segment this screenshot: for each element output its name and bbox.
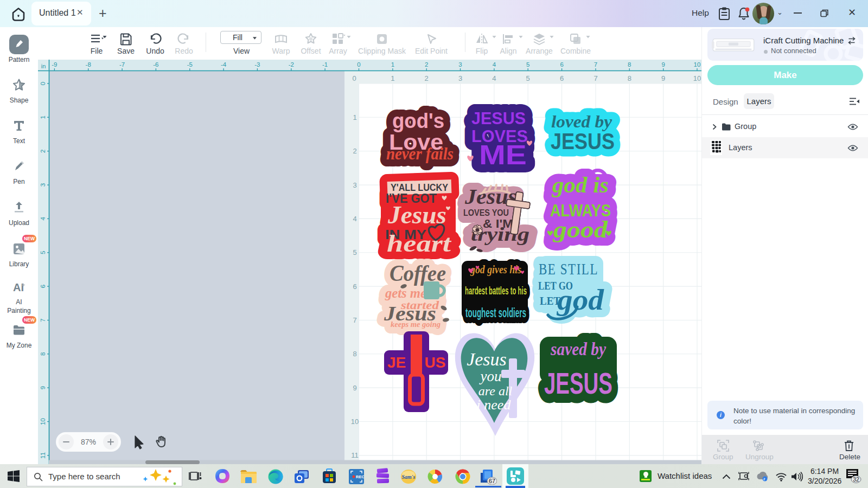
svg-text:87%: 87% — [81, 438, 96, 446]
svg-text:2: 2 — [425, 61, 428, 68]
svg-text:7: 7 — [353, 316, 356, 324]
svg-text:11: 11 — [40, 452, 46, 459]
svg-text:8: 8 — [353, 350, 356, 358]
svg-text:-9: -9 — [52, 61, 57, 68]
svg-text:5: 5 — [353, 248, 356, 256]
svg-text:3: 3 — [353, 181, 356, 189]
svg-text:Sam's: Sam's — [401, 474, 415, 480]
svg-text:1: 1 — [391, 61, 394, 68]
svg-text:4: 4 — [493, 61, 496, 68]
svg-text:67: 67 — [489, 478, 495, 484]
svg-text:10: 10 — [694, 61, 701, 68]
svg-text:-8: -8 — [86, 61, 91, 68]
svg-text:-3: -3 — [254, 61, 260, 68]
svg-text:-4: -4 — [221, 61, 227, 68]
svg-text:4: 4 — [40, 217, 46, 221]
svg-text:3: 3 — [458, 74, 462, 82]
svg-text:3: 3 — [40, 183, 46, 187]
svg-text:7: 7 — [593, 74, 597, 82]
svg-text:0: 0 — [352, 74, 356, 82]
svg-text:JE: JE — [387, 354, 406, 371]
svg-text:REC: REC — [356, 474, 364, 479]
svg-text:i need: i need — [477, 397, 512, 413]
svg-text:are all: are all — [478, 384, 513, 398]
svg-text:5: 5 — [526, 61, 529, 68]
svg-text:0: 0 — [357, 61, 360, 68]
svg-text:6: 6 — [560, 74, 564, 82]
svg-text:3: 3 — [458, 61, 462, 68]
svg-text:1: 1 — [40, 115, 46, 119]
svg-text:-2: -2 — [289, 61, 294, 68]
svg-text:8: 8 — [40, 352, 46, 356]
svg-text:9: 9 — [661, 61, 665, 68]
svg-text:10: 10 — [351, 418, 359, 426]
svg-text:0: 0 — [40, 82, 46, 85]
svg-text:10: 10 — [40, 418, 46, 425]
svg-text:9: 9 — [40, 386, 46, 389]
svg-text:8: 8 — [628, 61, 631, 68]
svg-text:1: 1 — [353, 113, 356, 121]
svg-text:Jesus: Jesus — [467, 349, 507, 369]
svg-text:5: 5 — [526, 74, 530, 82]
svg-text:9: 9 — [353, 384, 356, 392]
svg-text:11: 11 — [351, 451, 359, 459]
svg-text:6: 6 — [40, 285, 46, 288]
svg-text:in: in — [41, 63, 46, 69]
svg-text:you: you — [479, 368, 502, 384]
svg-text:-7: -7 — [119, 61, 125, 68]
svg-text:6: 6 — [353, 282, 356, 291]
svg-text:10: 10 — [693, 74, 701, 82]
svg-text:7: 7 — [594, 61, 597, 68]
svg-text:-5: -5 — [187, 61, 193, 68]
svg-text:6: 6 — [560, 61, 563, 68]
svg-text:4: 4 — [353, 215, 356, 223]
svg-text:4: 4 — [492, 74, 496, 82]
svg-text:2: 2 — [40, 149, 46, 152]
svg-text:2: 2 — [425, 74, 429, 82]
svg-text:32: 32 — [853, 476, 859, 483]
svg-text:AI: AI — [13, 281, 24, 293]
svg-text:2: 2 — [353, 147, 356, 155]
svg-text:1: 1 — [391, 74, 394, 82]
svg-text:US: US — [425, 354, 446, 371]
svg-text:5: 5 — [40, 251, 46, 254]
svg-text:9: 9 — [661, 74, 665, 82]
svg-text:8: 8 — [628, 74, 631, 82]
svg-text:-6: -6 — [153, 61, 158, 68]
svg-text:7: 7 — [40, 318, 46, 322]
svg-text:-1: -1 — [322, 61, 328, 68]
